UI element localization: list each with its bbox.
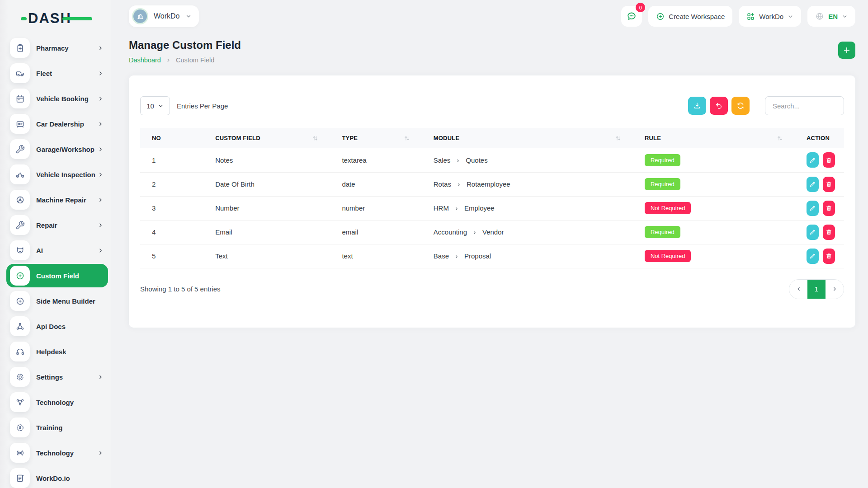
workspace-selector[interactable]: WorkDo xyxy=(129,5,199,27)
app-logo: DASH xyxy=(28,9,96,28)
sidebar-item-label: Custom Field xyxy=(36,272,103,280)
delete-button[interactable] xyxy=(823,225,835,240)
undo-button[interactable] xyxy=(710,97,728,115)
chevron-down-icon xyxy=(185,13,192,19)
entries-per-page-select[interactable]: 10 xyxy=(140,96,170,115)
table-row: 1 Notes textarea SalesQuotes Required xyxy=(140,148,844,172)
chevron-right-icon xyxy=(98,45,104,51)
chevron-right-icon xyxy=(454,254,459,259)
cell-custom-field: Number xyxy=(203,196,330,220)
cell-custom-field: Email xyxy=(203,220,330,244)
status-badge: Required xyxy=(645,226,680,238)
cell-module: HRMEmployee xyxy=(422,196,633,220)
cell-custom-field: Notes xyxy=(203,148,330,172)
delete-button[interactable] xyxy=(823,249,835,264)
pagination-next-button[interactable] xyxy=(826,280,844,299)
sidebar-item-helpdesk[interactable]: Helpdesk xyxy=(0,339,111,364)
wrench-icon xyxy=(10,215,30,235)
sidebar-item-pharmacy[interactable]: Pharmacy xyxy=(0,35,111,61)
car-card-icon xyxy=(10,114,30,134)
create-workspace-button[interactable]: Create Workspace xyxy=(648,6,732,27)
sidebar-item-label: AI xyxy=(36,247,98,254)
sidebar-item-vehicle-booking[interactable]: Vehicle Booking xyxy=(0,86,111,111)
pagination-page-1-button[interactable]: 1 xyxy=(807,280,826,299)
cell-rule: Required xyxy=(633,172,795,196)
sort-icon xyxy=(615,135,621,141)
refresh-button[interactable] xyxy=(731,97,750,115)
table-row: 2 Date Of Birth date RotasRotaemployee R… xyxy=(140,172,844,196)
edit-button[interactable] xyxy=(807,152,819,168)
logo-dash-accent xyxy=(21,17,27,20)
column-header-rule[interactable]: RULE xyxy=(633,128,795,148)
sort-icon xyxy=(312,135,318,141)
delete-button[interactable] xyxy=(823,201,835,216)
cell-action xyxy=(795,172,844,196)
chevron-right-icon xyxy=(472,230,477,235)
search-input[interactable] xyxy=(765,96,844,115)
sidebar-item-training[interactable]: Training xyxy=(0,415,111,440)
breadcrumb-dashboard-link[interactable]: Dashboard xyxy=(129,56,161,64)
trash-icon xyxy=(826,205,832,211)
column-header-type[interactable]: TYPE xyxy=(330,128,421,148)
cell-custom-field: Text xyxy=(203,244,330,268)
sidebar-item-settings[interactable]: Settings xyxy=(0,364,111,389)
pencil-icon xyxy=(809,205,816,211)
sidebar-item-technology-broadcast[interactable]: Technology xyxy=(0,440,111,465)
add-custom-field-button[interactable] xyxy=(838,42,855,59)
sidebar-item-label: Helpdesk xyxy=(36,348,104,356)
sidebar-item-fleet[interactable]: Fleet xyxy=(0,61,111,86)
entries-per-page-value: 10 xyxy=(146,102,154,110)
document-icon xyxy=(10,468,30,488)
sidebar-item-machine-repair[interactable]: Machine Repair xyxy=(0,187,111,212)
custom-fields-table: NO CUSTOM FIELD TYPE MODULE RULE ACTION … xyxy=(140,128,844,268)
sidebar-item-custom-field[interactable]: Custom Field xyxy=(6,264,108,287)
sort-icon xyxy=(777,135,783,141)
chat-badge: 0 xyxy=(636,3,645,12)
sidebar-item-workdo-io[interactable]: WorkDo.io xyxy=(0,465,111,488)
cell-type: textarea xyxy=(330,148,421,172)
edit-button[interactable] xyxy=(807,225,819,240)
language-selector[interactable]: EN xyxy=(807,6,855,27)
dashed-target-icon xyxy=(10,418,30,437)
sidebar-item-car-dealership[interactable]: Car Dealership xyxy=(0,111,111,136)
sidebar-item-side-menu-builder[interactable]: Side Menu Builder xyxy=(0,288,111,314)
messages-button[interactable]: 0 xyxy=(621,6,642,27)
column-header-action: ACTION xyxy=(795,128,844,148)
edit-button[interactable] xyxy=(807,201,819,216)
cell-custom-field: Date Of Birth xyxy=(203,172,330,196)
edit-button[interactable] xyxy=(807,177,819,192)
trash-icon xyxy=(826,181,832,188)
pencil-icon xyxy=(809,181,816,188)
workdo-menu-button[interactable]: WorkDo xyxy=(739,6,801,27)
sidebar-item-repair[interactable]: Repair xyxy=(0,212,111,238)
workspace-avatar xyxy=(132,8,148,24)
download-icon xyxy=(693,102,701,110)
cell-action xyxy=(795,244,844,268)
column-header-custom-field[interactable]: CUSTOM FIELD xyxy=(203,128,330,148)
cell-no: 5 xyxy=(140,244,203,268)
chevron-right-icon xyxy=(98,172,104,178)
pagination-prev-button[interactable] xyxy=(789,280,807,299)
sidebar-item-label: Car Dealership xyxy=(36,120,98,128)
sidebar-item-vehicle-inspection[interactable]: Vehicle Inspection xyxy=(0,162,111,187)
cell-no: 2 xyxy=(140,172,203,196)
plus-icon xyxy=(843,46,851,54)
delete-button[interactable] xyxy=(823,177,835,192)
table-row: 5 Text text BaseProposal Not Required xyxy=(140,244,844,268)
sidebar: DASH Pharmacy Fleet xyxy=(0,0,111,488)
chevron-right-icon xyxy=(98,374,104,380)
column-header-module[interactable]: MODULE xyxy=(422,128,633,148)
cell-action xyxy=(795,196,844,220)
sidebar-item-technology-hub[interactable]: Technology xyxy=(0,389,111,415)
sidebar-item-garage-workshop[interactable]: Garage/Workshop xyxy=(0,136,111,162)
calendar-icon xyxy=(10,89,30,108)
sidebar-item-label: Side Menu Builder xyxy=(36,297,104,305)
export-button[interactable] xyxy=(688,97,706,115)
edit-button[interactable] xyxy=(807,249,819,264)
sidebar-item-ai[interactable]: AI xyxy=(0,238,111,263)
chevron-left-icon xyxy=(796,286,802,292)
delete-button[interactable] xyxy=(823,152,835,168)
create-workspace-label: Create Workspace xyxy=(669,13,725,20)
sidebar-item-api-docs[interactable]: Api Docs xyxy=(0,314,111,339)
chat-bubble-icon xyxy=(626,11,637,22)
